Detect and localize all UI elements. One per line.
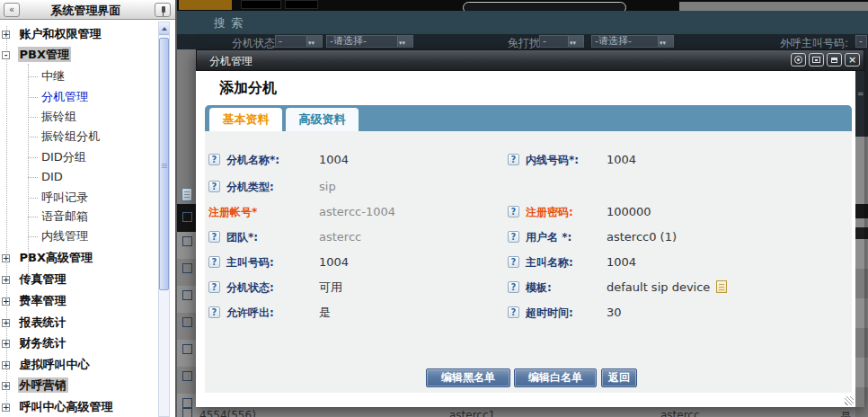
help-icon[interactable] xyxy=(508,154,519,165)
help-icon[interactable] xyxy=(508,281,519,293)
dropdown-arrows-icon[interactable] xyxy=(568,36,583,47)
dropdown-arrows-icon[interactable] xyxy=(306,36,322,47)
row-checkbox[interactable] xyxy=(182,317,192,327)
search-panel-header[interactable]: 搜索 xyxy=(177,11,868,34)
help-icon[interactable] xyxy=(508,231,519,243)
sidebar-item-reports[interactable]: 报表统计 xyxy=(2,315,68,331)
help-icon[interactable] xyxy=(508,256,519,268)
field-label: 主叫号码: xyxy=(226,254,274,271)
maximize-icon[interactable] xyxy=(809,53,824,67)
sidebar-item-ring-group-ext[interactable]: 振铃组分机 xyxy=(41,129,100,145)
expand-icon[interactable] xyxy=(2,31,10,39)
field-value: 1004 xyxy=(607,152,636,168)
dropdown-arrows-icon[interactable] xyxy=(397,36,412,47)
select-all-checkbox[interactable] xyxy=(182,212,192,222)
template-document-icon[interactable] xyxy=(716,280,727,293)
field-value: 100000 xyxy=(607,204,651,220)
help-icon[interactable] xyxy=(208,306,220,318)
field-value: astercc0 (1) xyxy=(607,229,677,245)
row-checkbox[interactable] xyxy=(182,290,192,300)
collapse-node-icon[interactable] xyxy=(2,51,10,59)
tab-basic-info[interactable]: 基本资料 xyxy=(209,108,282,131)
row-checkbox[interactable] xyxy=(182,344,192,354)
sidebar-item-label: 传真管理 xyxy=(18,271,68,287)
close-icon[interactable]: × xyxy=(845,53,860,67)
scrollbar-grip xyxy=(162,164,167,168)
help-icon[interactable] xyxy=(208,231,220,243)
sidebar-item-ring-group[interactable]: 振铃组 xyxy=(41,109,76,125)
search-panel-label: 搜索 xyxy=(214,15,248,31)
row-checkbox[interactable] xyxy=(182,408,192,417)
sidebar-item-internal-line[interactable]: 内线管理 xyxy=(41,228,88,244)
restore-icon[interactable] xyxy=(827,53,842,67)
row-checkbox[interactable] xyxy=(182,398,192,408)
dnd-value-select[interactable]: -请选择- xyxy=(591,35,674,48)
sidebar-item-did[interactable]: DID xyxy=(41,169,63,185)
top-toolbar xyxy=(177,0,868,11)
export-document-icon[interactable] xyxy=(182,188,192,201)
tree-guide-line-child xyxy=(28,64,29,278)
cell-account: astercc1 xyxy=(449,409,495,417)
back-button[interactable]: 返回 xyxy=(601,368,637,387)
help-icon[interactable] xyxy=(508,306,519,318)
tab-advanced-info[interactable]: 高级资料 xyxy=(286,108,359,131)
dnd-operator-select[interactable]: - xyxy=(539,35,584,48)
sidebar-scrollbar[interactable] xyxy=(158,22,170,417)
sidebar-item-virtual-callcenter[interactable]: 虚拟呼叫中心 xyxy=(2,357,92,373)
field-label: 分机类型: xyxy=(226,179,274,195)
sidebar-item-pbx[interactable]: PBX管理 xyxy=(2,47,71,63)
sidebar-item-label: 呼叫中心高级管理 xyxy=(18,399,115,414)
callerid-operator-select[interactable]: - xyxy=(855,35,867,48)
field-value: astercc-1004 xyxy=(319,204,395,220)
sidebar-item-pbx-advanced[interactable]: PBX高级管理 xyxy=(2,250,94,266)
edit-blacklist-button[interactable]: 编辑黑名单 xyxy=(426,368,510,387)
toolbar-button-2[interactable] xyxy=(285,0,318,9)
expand-icon[interactable] xyxy=(2,319,10,327)
collapse-circle-icon[interactable] xyxy=(791,53,806,67)
row-checkbox[interactable] xyxy=(182,236,192,246)
field-label: 内线号码*: xyxy=(526,152,579,168)
scroll-up-icon[interactable] xyxy=(159,22,169,35)
sidebar-item-label: 账户和权限管理 xyxy=(18,26,103,41)
help-icon[interactable] xyxy=(208,181,220,192)
sidebar-item-voicemail[interactable]: 语音邮箱 xyxy=(41,208,88,225)
sidebar-item-outbound-marketing[interactable]: 外呼营销 xyxy=(2,377,68,394)
dialog-titlebar[interactable]: 分机管理 × xyxy=(196,49,864,71)
expand-icon[interactable] xyxy=(2,276,10,284)
field-label: 分机状态: xyxy=(226,279,274,296)
sidebar-item-rate[interactable]: 费率管理 xyxy=(2,293,68,309)
resize-grip[interactable] xyxy=(845,396,854,405)
expand-icon[interactable] xyxy=(2,254,10,262)
sidebar-item-callcenter-advanced[interactable]: 呼叫中心高级管理 xyxy=(2,399,115,415)
ext-status-operator-select[interactable]: - xyxy=(275,35,323,48)
toolbar-button-1[interactable] xyxy=(241,0,281,9)
sidebar-item-accounts[interactable]: 账户和权限管理 xyxy=(2,26,103,42)
active-module-tab[interactable] xyxy=(179,0,232,10)
expand-icon[interactable] xyxy=(2,361,10,369)
sidebar-item-did-group[interactable]: DID分组 xyxy=(41,149,86,165)
expand-icon[interactable] xyxy=(2,404,10,412)
expand-icon[interactable] xyxy=(2,382,10,390)
row-checkbox[interactable] xyxy=(182,263,192,273)
extension-dialog: 分机管理 × 添加分机 基本资料 高级资料 xyxy=(196,49,864,407)
sidebar-item-call-records[interactable]: 呼叫记录 xyxy=(41,190,88,206)
pin-icon[interactable] xyxy=(155,3,171,17)
help-icon[interactable] xyxy=(208,154,220,165)
field-label: 注册帐号* xyxy=(208,204,257,220)
expand-icon[interactable] xyxy=(2,340,10,348)
tab-strip: 基本资料 高级资料 xyxy=(205,105,852,131)
scrollbar-thumb[interactable] xyxy=(159,38,169,290)
help-icon[interactable] xyxy=(208,256,220,268)
sidebar-item-trunk[interactable]: 中继 xyxy=(41,68,65,84)
edit-whitelist-button[interactable]: 编辑白名单 xyxy=(514,368,597,387)
table-row[interactable]: 4554(556) astercc1 astercc 是 xyxy=(177,408,868,417)
help-icon[interactable] xyxy=(508,206,519,217)
sidebar-item-finance[interactable]: 财务统计 xyxy=(2,335,68,351)
dropdown-arrows-icon[interactable] xyxy=(658,36,673,47)
expand-icon[interactable] xyxy=(2,297,10,306)
sidebar-item-extension-mgmt[interactable]: 分机管理 xyxy=(41,89,88,105)
help-icon[interactable] xyxy=(208,281,220,293)
row-checkbox[interactable] xyxy=(182,371,192,381)
sidebar-item-fax[interactable]: 传真管理 xyxy=(2,271,68,288)
ext-status-value-select[interactable]: -请选择- xyxy=(326,35,413,48)
